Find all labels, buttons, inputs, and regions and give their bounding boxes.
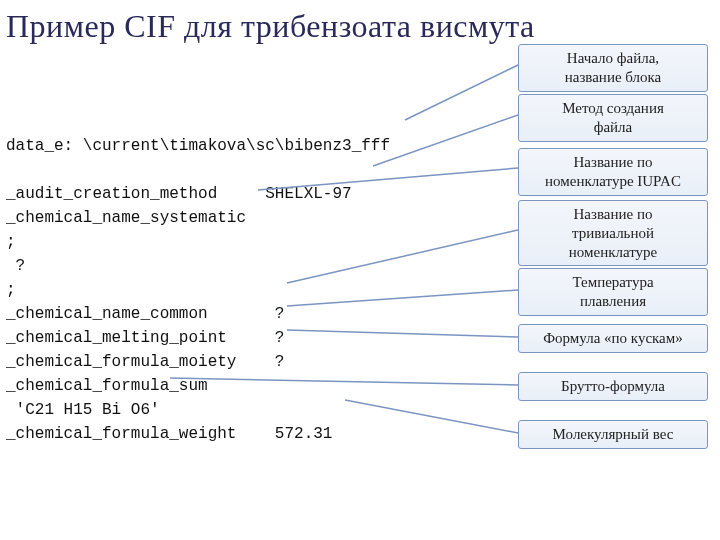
callout-creation-method: Метод создания файла [518,94,708,142]
code-line-5: ; [6,281,16,299]
callout-line: название блока [565,69,662,85]
callout-line: номенклатуре IUPAC [545,173,681,189]
code-data-line: data_e: \current\timakova\sc\bibenz3_fff [6,137,390,155]
callout-line: Начало файла, [567,50,659,66]
callout-moiety-formula: Формула «по кускам» [518,324,708,353]
callout-line: Брутто-формула [561,378,665,394]
callout-line: Температура [572,274,653,290]
svg-line-1 [373,115,518,166]
code-line-8: _chemical_formula_moiety ? [6,353,284,371]
code-line-6: _chemical_name_common ? [6,305,284,323]
svg-line-0 [405,65,518,120]
code-line-3: ; [6,233,16,251]
callout-file-start: Начало файла, название блока [518,44,708,92]
callout-line: тривиальной [572,225,654,241]
callout-trivial-name: Название по тривиальной номенклатуре [518,200,708,266]
code-line-4: ? [6,257,25,275]
callout-line: номенклатуре [569,244,657,260]
callout-sum-formula: Брутто-формула [518,372,708,401]
code-line-9: _chemical_formula_sum [6,377,208,395]
callout-line: Формула «по кускам» [543,330,683,346]
callout-line: файла [594,119,633,135]
callout-line: Метод создания [562,100,664,116]
code-line-2: _chemical_name_systematic [6,209,246,227]
callout-line: Название по [574,206,653,222]
code-line-11: _chemical_formula_weight 572.31 [6,425,332,443]
cif-code-block: data_e: \current\timakova\sc\bibenz3_fff… [6,110,390,446]
callout-iupac-name: Название по номенклатуре IUPAC [518,148,708,196]
page-title: Пример CIF для трибензоата висмута [0,0,720,49]
callout-molecular-weight: Молекулярный вес [518,420,708,449]
code-line-7: _chemical_melting_point ? [6,329,284,347]
callout-line: Молекулярный вес [553,426,674,442]
code-line-1: _audit_creation_method SHELXL-97 [6,185,352,203]
code-line-10: 'C21 H15 Bi O6' [6,401,160,419]
callout-melting-point: Температура плавления [518,268,708,316]
callout-line: Название по [574,154,653,170]
callout-line: плавления [580,293,646,309]
